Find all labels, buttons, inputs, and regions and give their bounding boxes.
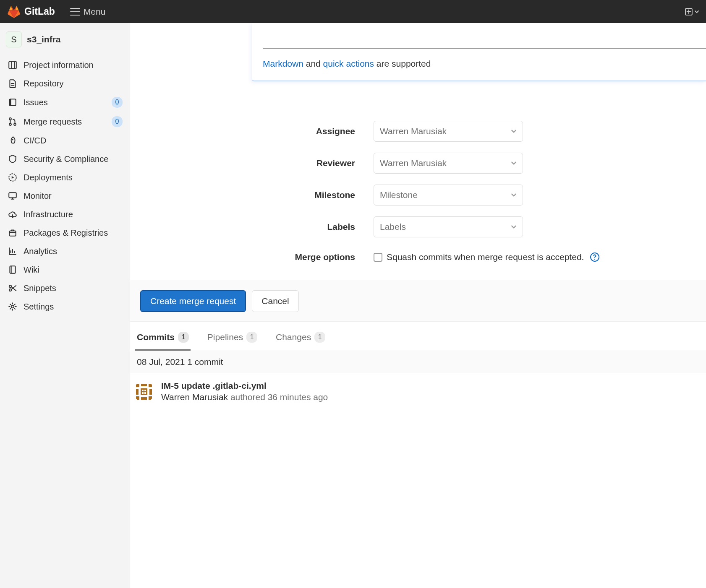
commit-time: 36 minutes ago	[268, 392, 328, 402]
sidebar-item-analytics[interactable]: Analytics	[3, 242, 127, 260]
monitor-icon	[8, 191, 18, 201]
sidebar-item-label: Snippets	[24, 284, 123, 293]
sidebar-item-label: Repository	[24, 79, 123, 88]
sidebar-item-infrastructure[interactable]: Infrastructure	[3, 205, 127, 224]
help-icon[interactable]	[590, 252, 600, 262]
create-merge-request-button[interactable]: Create merge request	[140, 290, 246, 312]
squash-checkbox[interactable]	[374, 253, 382, 262]
menu-button[interactable]: Menu	[70, 7, 106, 17]
quick-actions-link[interactable]: quick actions	[323, 59, 374, 68]
assignee-value: Warren Marusiak	[380, 126, 447, 136]
sidebar-item-label: Issues	[24, 98, 106, 107]
topbar-right	[685, 8, 699, 16]
labels-dropdown[interactable]: Labels	[374, 216, 523, 237]
merge-icon	[8, 117, 18, 127]
project-header[interactable]: S s3_infra	[0, 28, 130, 54]
sidebar-item-cicd[interactable]: CI/CD	[3, 131, 127, 150]
tab-commits[interactable]: Commits 1	[135, 328, 191, 351]
tabs: Commits 1 Pipelines 1 Changes 1	[130, 322, 706, 351]
commit-author-avatar	[133, 381, 154, 402]
sidebar-item-label: Security & Compliance	[24, 154, 123, 164]
svg-rect-4	[9, 99, 11, 105]
plus-icon	[685, 8, 693, 16]
svg-rect-12	[10, 266, 15, 273]
svg-rect-24	[141, 397, 147, 400]
squash-text: Squash commits when merge request is acc…	[387, 252, 584, 262]
assignee-row: Assignee Warren Marusiak	[130, 115, 706, 147]
tab-label: Changes	[276, 332, 311, 342]
new-dropdown-button[interactable]	[685, 8, 699, 16]
svg-rect-27	[141, 388, 147, 395]
assignee-dropdown[interactable]: Warren Marusiak	[374, 121, 523, 142]
commit-author[interactable]: Warren Marusiak	[161, 392, 228, 402]
markdown-link[interactable]: Markdown	[263, 59, 303, 68]
sidebar-item-project-information[interactable]: Project information	[3, 56, 127, 74]
topbar-left: GitLab Menu	[7, 5, 105, 19]
brand-text: GitLab	[24, 6, 55, 17]
cloud-icon	[8, 209, 18, 219]
svg-rect-31	[144, 392, 146, 394]
svg-point-5	[9, 118, 11, 120]
sidebar-item-label: Project information	[24, 60, 123, 70]
topbar: GitLab Menu	[0, 0, 706, 23]
sidebar-item-wiki[interactable]: Wiki	[3, 260, 127, 279]
svg-rect-26	[149, 389, 152, 395]
sidebar-item-settings[interactable]: Settings	[3, 297, 127, 316]
sidebar-item-label: CI/CD	[24, 136, 123, 146]
hamburger-icon	[70, 8, 80, 16]
mr-count-badge: 0	[112, 116, 123, 127]
deploy-icon	[8, 172, 18, 182]
merge-options-body: Squash commits when merge request is acc…	[374, 252, 600, 262]
svg-rect-11	[9, 231, 16, 236]
milestone-placeholder: Milestone	[380, 190, 418, 200]
sidebar-item-merge-requests[interactable]: Merge requests 0	[3, 112, 127, 131]
logo-wrap[interactable]: GitLab	[7, 5, 55, 19]
sidebar-item-label: Infrastructure	[24, 210, 123, 219]
svg-rect-2	[12, 61, 16, 69]
main: S s3_infra Project information Repositor…	[0, 23, 706, 588]
commit-row[interactable]: IM-5 update .gitlab-ci.yml Warren Marusi…	[130, 373, 706, 410]
sidebar-item-label: Monitor	[24, 191, 123, 201]
chart-icon	[8, 246, 18, 256]
sidebar-item-label: Packages & Registries	[24, 228, 123, 238]
sidebar-item-security[interactable]: Security & Compliance	[3, 150, 127, 168]
sidebar-nav: Project information Repository Issues 0 …	[0, 54, 130, 317]
merge-options-row: Merge options Squash commits when merge …	[130, 243, 706, 265]
milestone-dropdown[interactable]: Milestone	[374, 185, 523, 206]
sidebar-item-label: Merge requests	[24, 117, 106, 127]
chevron-down-icon	[511, 192, 517, 198]
sidebar-item-repository[interactable]: Repository	[3, 74, 127, 93]
rocket-icon	[8, 135, 18, 146]
tab-changes[interactable]: Changes 1	[274, 328, 327, 351]
sidebar-item-label: Analytics	[24, 247, 123, 256]
tab-count: 1	[246, 332, 257, 343]
project-name: s3_infra	[27, 34, 61, 44]
tab-pipelines[interactable]: Pipelines 1	[206, 328, 259, 351]
svg-point-17	[594, 259, 595, 260]
milestone-label: Milestone	[252, 190, 374, 200]
merge-options-label: Merge options	[252, 252, 374, 262]
sidebar-item-snippets[interactable]: Snippets	[3, 279, 127, 297]
svg-point-7	[14, 123, 16, 125]
issues-count-badge: 0	[112, 97, 123, 108]
sidebar-item-monitor[interactable]: Monitor	[3, 187, 127, 205]
cancel-button[interactable]: Cancel	[252, 290, 298, 312]
svg-point-6	[9, 123, 11, 125]
reviewer-dropdown[interactable]: Warren Marusiak	[374, 153, 523, 174]
sidebar-item-issues[interactable]: Issues 0	[3, 93, 127, 112]
project-avatar: S	[6, 31, 22, 47]
commit-title[interactable]: IM-5 update .gitlab-ci.yml	[161, 381, 328, 391]
commit-meta: Warren Marusiak authored 36 minutes ago	[161, 392, 328, 402]
sidebar-item-packages[interactable]: Packages & Registries	[3, 224, 127, 242]
package-icon	[8, 228, 18, 238]
svg-rect-29	[144, 390, 146, 391]
sidebar-item-deployments[interactable]: Deployments	[3, 168, 127, 187]
shield-icon	[8, 154, 18, 164]
action-bar: Create merge request Cancel	[130, 281, 706, 322]
chevron-down-icon	[511, 160, 517, 166]
book-icon	[8, 265, 18, 275]
assignee-label: Assignee	[252, 126, 374, 136]
chevron-down-icon	[511, 224, 517, 230]
gear-icon	[8, 302, 18, 312]
sidebar-item-label: Deployments	[24, 173, 123, 182]
